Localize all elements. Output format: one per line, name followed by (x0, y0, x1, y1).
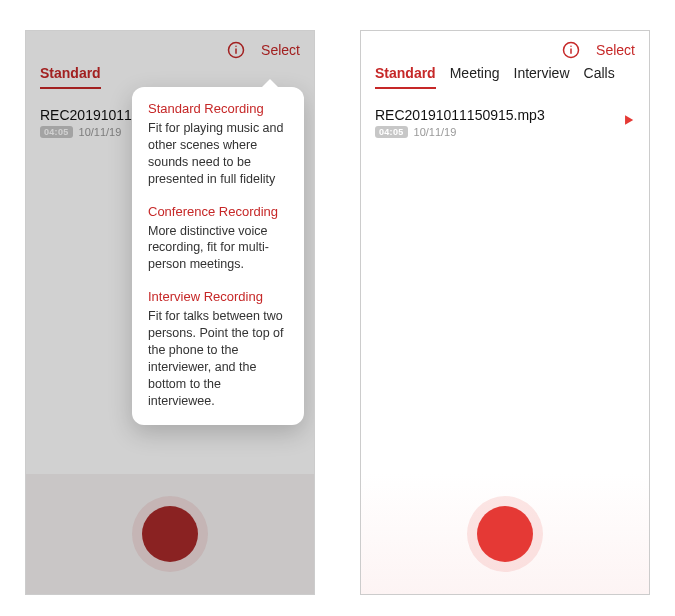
tab-calls[interactable]: Calls (584, 65, 615, 89)
popover-body: Fit for playing music and other scenes w… (148, 120, 288, 188)
popover-title: Conference Recording (148, 204, 288, 219)
info-icon[interactable] (227, 41, 245, 59)
phone-screen-right: Select Standard Meeting Interview Calls … (360, 30, 650, 595)
tab-standard[interactable]: Standard (40, 65, 101, 89)
record-button[interactable] (477, 506, 533, 562)
tab-standard[interactable]: Standard (375, 65, 436, 89)
info-popover: Standard Recording Fit for playing music… (132, 87, 304, 425)
recordings-list: REC20191011150915.mp3 04:05 10/11/19 (361, 89, 649, 138)
top-bar: Select (361, 31, 649, 65)
popover-title: Interview Recording (148, 289, 288, 304)
popover-section-conference: Conference Recording More distinctive vo… (148, 204, 288, 274)
record-bar (361, 474, 649, 594)
svg-point-5 (570, 46, 572, 48)
svg-point-2 (235, 46, 237, 48)
select-button[interactable]: Select (596, 42, 635, 58)
play-icon[interactable] (621, 107, 635, 127)
popover-body: More distinctive voice recording, fit fo… (148, 223, 288, 274)
tabs: Standard Meeting Interview Calls (361, 65, 649, 89)
popover-body: Fit for talks between two persons. Point… (148, 308, 288, 409)
popover-section-interview: Interview Recording Fit for talks betwee… (148, 289, 288, 409)
recording-name: REC20191011150915.mp3 (375, 107, 621, 123)
popover-section-standard: Standard Recording Fit for playing music… (148, 101, 288, 188)
recording-date: 10/11/19 (79, 126, 122, 138)
phone-screen-left: Select Standard REC20191011 04:05 10/11/… (25, 30, 315, 595)
record-button[interactable] (142, 506, 198, 562)
tab-interview[interactable]: Interview (514, 65, 570, 89)
tab-meeting[interactable]: Meeting (450, 65, 500, 89)
select-button[interactable]: Select (261, 42, 300, 58)
record-bar (26, 474, 314, 594)
popover-title: Standard Recording (148, 101, 288, 116)
info-icon[interactable] (562, 41, 580, 59)
duration-badge: 04:05 (375, 126, 408, 138)
list-item[interactable]: REC20191011150915.mp3 04:05 10/11/19 (375, 107, 635, 138)
top-bar: Select (26, 31, 314, 65)
recording-date: 10/11/19 (414, 126, 457, 138)
duration-badge: 04:05 (40, 126, 73, 138)
